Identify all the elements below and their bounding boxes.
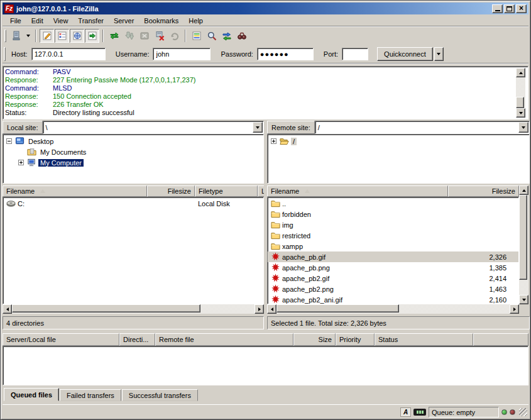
quickconnect-button[interactable]: Quickconnect	[377, 47, 433, 61]
local-hscrollbar[interactable]	[3, 304, 264, 315]
username-input[interactable]	[153, 48, 211, 60]
toggle-remote-tree-button[interactable]	[70, 29, 84, 43]
image-file-icon	[270, 252, 280, 262]
log-scrollbar[interactable]	[516, 68, 527, 118]
queue-column-header-server-local-file[interactable]: Server/Local file	[3, 333, 119, 346]
host-input[interactable]	[31, 48, 106, 60]
scroll-left-button[interactable]	[3, 304, 12, 314]
find-files-button[interactable]	[234, 29, 249, 43]
menu-item-file[interactable]: File	[5, 16, 26, 26]
filename-text: img	[282, 221, 293, 229]
toolbar-grip	[4, 47, 6, 61]
menu-item-view[interactable]: View	[48, 16, 74, 26]
local-column-header-l[interactable]: L	[258, 185, 264, 197]
remote-file-row-apache-pb2-gif[interactable]: apache_pb2.gif2,414	[268, 273, 518, 284]
site-manager-dropdown-button[interactable]	[24, 29, 32, 43]
tab-failed-transfers[interactable]: Failed transfers	[60, 389, 121, 401]
log-line-label: Response:	[5, 92, 53, 101]
scrollbar-thumb[interactable]	[516, 97, 524, 108]
menu-item-server[interactable]: Server	[109, 16, 139, 26]
maximize-button[interactable]	[504, 4, 515, 13]
directory-listing-filters-button[interactable]	[189, 29, 204, 43]
remote-hscrollbar[interactable]	[267, 304, 519, 315]
synchronized-browsing-button[interactable]	[219, 29, 234, 43]
quickconnect-dropdown-button[interactable]	[434, 47, 444, 61]
collapse-icon[interactable]	[6, 138, 12, 144]
close-button[interactable]: ×	[516, 4, 527, 13]
process-queue-button[interactable]	[122, 29, 136, 43]
local-tree-item-my-computer[interactable]: My Computer	[3, 157, 263, 168]
queue-column-header-priority[interactable]: Priority	[336, 333, 375, 346]
remote-tree-item-[interactable]: /	[268, 136, 529, 146]
queue-column-header-status[interactable]: Status	[375, 333, 473, 346]
toggle-message-log-button[interactable]	[40, 29, 54, 43]
log-line-label: Command:	[5, 68, 53, 76]
toggle-local-tree-icon	[57, 31, 67, 41]
toolbar-separator	[185, 30, 186, 42]
reconnect-button[interactable]	[167, 29, 182, 43]
filename-text: ..	[282, 200, 286, 207]
local-site-combobox[interactable]: \	[43, 121, 264, 134]
scrollbar-track[interactable]	[519, 195, 528, 295]
cancel-button[interactable]	[137, 29, 151, 43]
queue-column-header-size[interactable]: Size	[293, 333, 336, 346]
remote-site-combobox[interactable]: /	[315, 121, 530, 134]
remote-column-header-filesize[interactable]: Filesize	[448, 185, 519, 197]
resize-grip[interactable]	[519, 408, 527, 416]
local-file-row-c[interactable]: C:Local Disk	[3, 198, 263, 209]
scrollbar-thumb[interactable]	[12, 304, 200, 312]
directory-comparison-button[interactable]	[204, 29, 219, 43]
minimize-button[interactable]	[492, 4, 503, 13]
local-column-header-filesize[interactable]: Filesize	[147, 185, 195, 197]
site-manager-button[interactable]	[9, 29, 23, 43]
local-tree-item-desktop[interactable]: Desktop	[3, 136, 263, 146]
scrollbar-thumb[interactable]	[276, 304, 399, 312]
tab-successful-transfers[interactable]: Successful transfers	[122, 389, 198, 401]
scroll-down-button[interactable]	[516, 108, 525, 118]
remote-vscrollbar[interactable]	[519, 185, 530, 304]
scroll-left-button[interactable]	[267, 304, 276, 314]
remote-file-row-img[interactable]: img	[268, 219, 518, 230]
menu-item-transfer[interactable]: Transfer	[73, 16, 109, 26]
scroll-up-button[interactable]	[516, 68, 525, 77]
remote-file-row-apache-pb-gif[interactable]: apache_pb.gif2,326	[268, 251, 518, 262]
local-site-dropdown-button[interactable]	[253, 122, 263, 133]
local-tree-item-my-documents[interactable]: My Documents	[3, 146, 263, 157]
remote-site-dropdown-button[interactable]	[518, 122, 528, 133]
remote-file-row-forbidden[interactable]: forbidden	[268, 209, 518, 219]
scroll-right-button[interactable]	[510, 304, 519, 314]
menu-item-bookmarks[interactable]: Bookmarks	[139, 16, 183, 26]
remote-file-row-[interactable]: ..	[268, 198, 518, 209]
remote-file-row-apache-pb2-ani-gif[interactable]: apache_pb2_ani.gif2,160	[268, 294, 518, 304]
scroll-up-button[interactable]	[519, 185, 528, 195]
queue-column-header-directi[interactable]: Directi...	[119, 333, 155, 346]
folder-icon	[270, 220, 280, 230]
local-column-header-filename[interactable]: Filename	[3, 185, 147, 197]
remote-file-row-apache-pb-png[interactable]: apache_pb.png1,385	[268, 262, 518, 273]
remote-column-header-filename[interactable]: Filename	[267, 185, 448, 197]
cancel-icon	[140, 31, 150, 41]
menu-item-edit[interactable]: Edit	[26, 16, 48, 26]
scrollbar-track[interactable]	[516, 77, 525, 108]
scroll-down-button[interactable]	[519, 295, 528, 304]
menu-item-help[interactable]: Help	[183, 16, 208, 26]
port-input[interactable]	[342, 48, 368, 60]
refresh-button[interactable]	[107, 29, 121, 43]
local-column-header-filetype[interactable]: Filetype	[195, 185, 258, 197]
remote-file-row-restricted[interactable]: restricted	[268, 230, 518, 241]
remote-file-row-apache-pb2-png[interactable]: apache_pb2.png1,463	[268, 284, 518, 294]
toggle-local-tree-button[interactable]	[55, 29, 69, 43]
scrollbar-track[interactable]	[276, 304, 510, 314]
scroll-right-button[interactable]	[255, 304, 264, 314]
queue-column-header-remote-file[interactable]: Remote file	[155, 333, 293, 346]
password-input[interactable]	[257, 48, 314, 60]
expand-icon[interactable]	[271, 138, 276, 144]
scrollbar-thumb[interactable]	[519, 195, 527, 280]
tab-queued-files[interactable]: Queued files	[4, 388, 59, 401]
disconnect-button[interactable]	[152, 29, 167, 43]
scrollbar-track[interactable]	[12, 304, 255, 314]
expand-icon[interactable]	[18, 160, 24, 165]
remote-file-row-xampp[interactable]: xampp	[268, 241, 518, 251]
titlebar[interactable]: Fz john@127.0.0.1 - FileZilla ×	[3, 3, 528, 14]
toggle-transfer-queue-button[interactable]	[85, 29, 99, 43]
